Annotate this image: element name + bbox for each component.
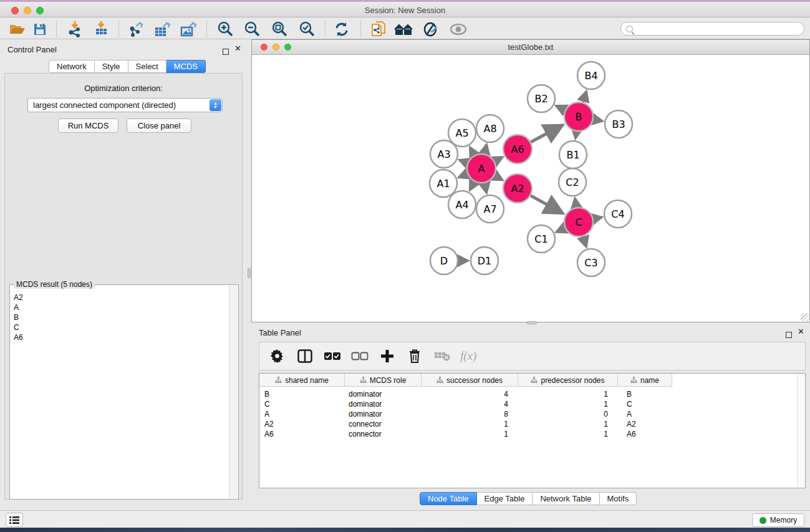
cell-name[interactable]: B: [627, 389, 632, 399]
cell-shared_name[interactable]: C: [264, 399, 270, 409]
tab-node-table[interactable]: Node Table: [420, 492, 477, 505]
edge-B-B2[interactable]: [556, 106, 565, 110]
edge-B-B4[interactable]: [583, 92, 586, 102]
cell-mcds_role[interactable]: connector: [349, 419, 382, 429]
mcds-result-scrollbar[interactable]: [229, 286, 238, 498]
refresh-icon[interactable]: [332, 21, 352, 38]
edge-A-A6[interactable]: [494, 157, 502, 162]
close-panel-button[interactable]: Close panel: [127, 118, 191, 133]
zoom-selected-icon[interactable]: [297, 21, 317, 38]
cell-shared_name[interactable]: B: [264, 389, 269, 399]
vertical-split-handle[interactable]: [248, 268, 251, 278]
cell-shared_name[interactable]: A: [264, 409, 269, 419]
cell-mcds_role[interactable]: connector: [349, 429, 382, 439]
cell-predecessor_nodes[interactable]: 1: [518, 419, 608, 429]
edge-C-C1[interactable]: [556, 228, 565, 232]
tab-style[interactable]: Style: [95, 60, 128, 73]
table-settings-icon[interactable]: [268, 347, 287, 365]
optimization-criterion-select[interactable]: largest connected component (directed) ▲…: [27, 98, 223, 112]
edge-A2-C[interactable]: [531, 196, 562, 213]
select-all-icon[interactable]: [323, 347, 342, 365]
open-session-icon[interactable]: [7, 21, 27, 38]
column-header-shared-name[interactable]: shared name: [259, 374, 345, 387]
cell-successor_nodes[interactable]: 4: [422, 399, 508, 409]
cell-name[interactable]: C: [627, 399, 632, 409]
cell-mcds_role[interactable]: dominator: [349, 399, 382, 409]
network-canvas[interactable]: B4B2BB3A8A5A6A3B1AC2A1A2A4A7C4CC1DD1C3: [252, 56, 809, 322]
show-hide-eye-icon[interactable]: [448, 21, 468, 38]
column-header-successor-nodes[interactable]: successor nodes: [422, 374, 518, 387]
cell-successor_nodes[interactable]: 1: [422, 419, 508, 429]
table-close-panel-icon[interactable]: ✕: [798, 329, 804, 335]
tab-network[interactable]: Network: [49, 60, 95, 73]
zoom-in-icon[interactable]: [215, 21, 235, 38]
export-image-icon[interactable]: [178, 21, 198, 38]
mcds-result-item[interactable]: A2: [14, 293, 228, 302]
network-resize-grip[interactable]: [801, 313, 809, 321]
clone-network-icon[interactable]: [369, 21, 389, 38]
edge-C-C4[interactable]: [594, 217, 602, 219]
edge-A-A8[interactable]: [485, 145, 486, 153]
cell-name[interactable]: A: [627, 409, 632, 419]
cell-shared_name[interactable]: A2: [264, 419, 274, 429]
export-network-icon[interactable]: [126, 21, 146, 38]
delete-columns-icon[interactable]: [405, 347, 424, 365]
mcds-result-list[interactable]: A2ABCA6: [11, 290, 228, 498]
mcds-result-item[interactable]: A6: [14, 332, 228, 342]
zoom-fit-icon[interactable]: [269, 21, 289, 38]
cell-successor_nodes[interactable]: 4: [422, 389, 508, 399]
cell-successor_nodes[interactable]: 8: [422, 409, 508, 419]
edge-C-C3[interactable]: [583, 236, 586, 246]
edge-A6-B[interactable]: [531, 126, 561, 142]
import-network-icon[interactable]: [65, 21, 85, 38]
mcds-result-item[interactable]: A: [14, 302, 228, 312]
edge-B-B1[interactable]: [576, 132, 577, 138]
column-header-predecessor-nodes[interactable]: predecessor nodes: [518, 374, 618, 387]
network-window-title-bar[interactable]: testGlobe.txt: [252, 40, 809, 55]
float-panel-icon[interactable]: [223, 46, 229, 57]
import-table-icon[interactable]: [91, 21, 111, 38]
cell-mcds_role[interactable]: dominator: [349, 409, 382, 419]
edge-A-A5[interactable]: [470, 148, 475, 155]
edge-A-A2[interactable]: [494, 176, 503, 180]
table-header-row[interactable]: shared nameMCDS rolesuccessor nodesprede…: [259, 374, 672, 387]
tab-edge-table[interactable]: Edge Table: [477, 492, 533, 505]
deselect-all-icon[interactable]: [350, 347, 369, 365]
cell-name[interactable]: A6: [627, 429, 636, 439]
cell-successor_nodes[interactable]: 1: [422, 429, 508, 439]
cell-predecessor_nodes[interactable]: 1: [518, 429, 608, 439]
memory-button[interactable]: Memory: [752, 513, 804, 527]
task-history-button[interactable]: [6, 513, 23, 527]
tab-motifs[interactable]: Motifs: [600, 492, 637, 505]
cell-predecessor_nodes[interactable]: 1: [518, 389, 608, 399]
delete-table-icon[interactable]: [433, 347, 451, 365]
cell-shared_name[interactable]: A6: [264, 429, 274, 439]
split-view-icon[interactable]: [296, 347, 314, 365]
tab-select[interactable]: Select: [128, 60, 166, 73]
hide-graphics-details-icon[interactable]: [420, 21, 440, 38]
reset-view-icon[interactable]: [393, 21, 413, 38]
tab-mcds[interactable]: MCDS: [166, 60, 206, 73]
close-panel-icon[interactable]: ✕: [234, 46, 241, 52]
save-session-icon[interactable]: [30, 21, 50, 38]
edge-B-B3[interactable]: [594, 119, 602, 121]
mcds-result-item[interactable]: B: [14, 312, 228, 322]
zoom-out-icon[interactable]: [242, 21, 262, 38]
function-builder-icon[interactable]: f(x): [460, 349, 476, 363]
search-input[interactable]: [620, 22, 804, 36]
tab-network-table[interactable]: Network Table: [533, 492, 599, 505]
edge-A-A3[interactable]: [460, 160, 468, 163]
add-column-icon[interactable]: [378, 347, 397, 365]
column-header-name[interactable]: name: [618, 374, 672, 387]
cell-name[interactable]: A2: [627, 419, 636, 429]
export-table-icon[interactable]: [152, 21, 172, 38]
cell-predecessor_nodes[interactable]: 1: [518, 399, 608, 409]
edge-A-A4[interactable]: [470, 181, 475, 190]
edge-A-A7[interactable]: [485, 183, 486, 192]
column-header-MCDS-role[interactable]: MCDS role: [345, 374, 422, 387]
cell-predecessor_nodes[interactable]: 0: [518, 409, 608, 419]
run-mcds-button[interactable]: Run MCDS: [58, 118, 118, 133]
mcds-result-item[interactable]: C: [14, 322, 228, 332]
edge-C-C2[interactable]: [575, 198, 576, 207]
table-scrollbar[interactable]: [797, 374, 804, 487]
